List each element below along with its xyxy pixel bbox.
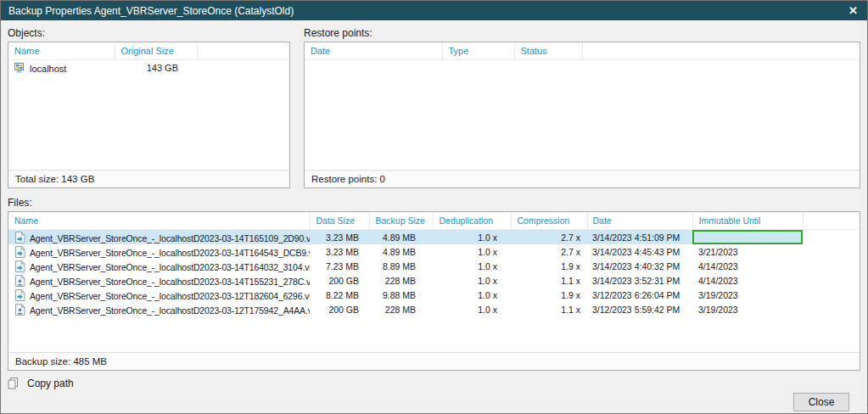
restore-points-footer: Restore points: 0 (305, 170, 860, 187)
copy-icon (8, 378, 20, 389)
file-compression-cell: 1.9 x (511, 259, 587, 273)
file-name-cell: Agent_VBRServer_StoreOnce_-_localhostD20… (8, 302, 310, 316)
file-compression-cell: 2.7 x (511, 230, 587, 245)
file-data-size-cell: 200 GB (310, 273, 369, 288)
restore-col-status[interactable]: Status (514, 42, 582, 60)
file-date-cell: 3/14/2023 4:51:09 PM (587, 230, 692, 245)
host-icon (14, 62, 26, 74)
objects-col-name[interactable]: Name (8, 42, 115, 60)
file-deduplication-cell: 1.0 x (433, 302, 511, 316)
restore-points-label: Restore points: (304, 27, 860, 39)
file-vib-icon (14, 246, 26, 258)
file-compression-cell: 1.1 x (511, 273, 587, 288)
file-data-size-cell: 3.23 MB (310, 244, 369, 259)
file-date-cell: 3/12/2023 5:59:42 PM (587, 302, 692, 316)
file-filler-cell (803, 230, 860, 245)
backup-properties-dialog: Backup Properties Agent_VBRServer_StoreO… (0, 0, 868, 414)
objects-table: Name Original Size localhost143 GB (8, 42, 289, 75)
button-row: Close (8, 393, 849, 411)
file-compression-cell: 2.7 x (511, 244, 587, 259)
files-footer: Backup size: 485 MB (8, 352, 860, 370)
objects-label: Objects: (8, 27, 290, 39)
objects-list: Name Original Size localhost143 GB (8, 42, 289, 170)
file-data-size-cell: 8.22 MB (310, 288, 369, 302)
file-name-cell: Agent_VBRServer_StoreOnce_-_localhostD20… (8, 244, 310, 259)
object-name-cell: localhost (8, 60, 115, 76)
files-col-compression[interactable]: Compression (511, 212, 587, 230)
objects-header-row: Name Original Size (8, 42, 289, 60)
files-col-immutable-until[interactable]: Immutable Until (692, 212, 803, 230)
file-backup-size-cell: 8.89 MB (369, 259, 433, 273)
close-icon[interactable]: ✕ (847, 4, 860, 17)
files-list: Name Data Size Backup Size Deduplication… (8, 212, 860, 352)
files-col-backup-size[interactable]: Backup Size (369, 212, 433, 230)
restore-points-panel: Restore points: Date Type Status (304, 25, 860, 188)
file-backup-size-cell: 4.89 MB (369, 230, 433, 245)
file-data-size-cell: 7.23 MB (310, 259, 369, 273)
objects-table-body: localhost143 GB (8, 60, 289, 76)
file-filler-cell (803, 288, 860, 302)
file-data-size-cell: 200 GB (310, 302, 369, 316)
files-col-data-size[interactable]: Data Size (310, 212, 369, 230)
file-row[interactable]: Agent_VBRServer_StoreOnce_-_localhostD20… (8, 273, 860, 288)
file-vib-icon (14, 232, 26, 243)
top-row: Objects: Name Original Size (8, 25, 860, 188)
objects-col-filler (197, 42, 289, 60)
file-data-size-cell: 3.23 MB (310, 230, 369, 245)
files-col-date[interactable]: Date (587, 212, 692, 230)
restore-col-type[interactable]: Type (442, 42, 514, 60)
objects-col-original-size[interactable]: Original Size (115, 42, 197, 60)
dialog-body: Objects: Name Original Size (1, 20, 867, 413)
object-filler-cell (197, 60, 289, 76)
file-filler-cell (803, 244, 860, 259)
files-col-name[interactable]: Name (8, 212, 310, 230)
file-date-cell: 3/14/2023 4:45:43 PM (587, 244, 692, 259)
files-panel: Files: Name Data Size Backup Size (8, 195, 860, 371)
file-backup-size-cell: 4.89 MB (369, 244, 433, 259)
file-row[interactable]: Agent_VBRServer_StoreOnce_-_localhostD20… (8, 244, 860, 259)
window-title: Backup Properties Agent_VBRServer_StoreO… (8, 5, 847, 17)
file-vbk-icon (14, 304, 26, 316)
file-row[interactable]: Agent_VBRServer_StoreOnce_-_localhostD20… (8, 230, 860, 245)
files-col-deduplication[interactable]: Deduplication (433, 212, 511, 230)
file-filler-cell (803, 273, 860, 288)
file-row[interactable]: Agent_VBRServer_StoreOnce_-_localhostD20… (8, 288, 860, 302)
file-immutable-until-cell: 3/19/2023 (692, 302, 803, 316)
restore-col-filler (582, 42, 860, 60)
file-backup-size-cell: 9.88 MB (369, 288, 433, 302)
file-row[interactable]: Agent_VBRServer_StoreOnce_-_localhostD20… (8, 302, 860, 316)
file-name-cell: Agent_VBRServer_StoreOnce_-_localhostD20… (8, 273, 310, 288)
file-deduplication-cell: 1.0 x (433, 288, 511, 302)
file-vib-icon (14, 289, 26, 301)
file-filler-cell (803, 302, 860, 316)
files-col-filler (803, 212, 860, 230)
file-compression-cell: 1.1 x (511, 302, 587, 316)
objects-footer: Total size: 143 GB (8, 170, 289, 187)
copy-path-button[interactable]: Copy path (8, 378, 74, 389)
restore-points-table: Date Type Status (305, 42, 860, 60)
files-box: Name Data Size Backup Size Deduplication… (8, 211, 860, 371)
file-name-cell: Agent_VBRServer_StoreOnce_-_localhostD20… (8, 259, 310, 273)
titlebar[interactable]: Backup Properties Agent_VBRServer_StoreO… (1, 1, 867, 20)
file-row[interactable]: Agent_VBRServer_StoreOnce_-_localhostD20… (8, 259, 860, 273)
copy-path-label: Copy path (27, 378, 74, 389)
files-label: Files: (8, 197, 860, 209)
file-immutable-until-cell: 3/19/2023 (692, 288, 803, 302)
close-button[interactable]: Close (793, 393, 849, 411)
files-table-body: Agent_VBRServer_StoreOnce_-_localhostD20… (8, 230, 860, 317)
restore-header-row: Date Type Status (305, 42, 860, 60)
file-immutable-until-cell[interactable] (692, 230, 803, 245)
file-immutable-until-cell: 3/21/2023 (692, 244, 803, 259)
file-deduplication-cell: 1.0 x (433, 273, 511, 288)
object-row[interactable]: localhost143 GB (8, 60, 289, 76)
file-date-cell: 3/14/2023 3:52:31 PM (587, 273, 692, 288)
file-backup-size-cell: 228 MB (369, 302, 433, 316)
file-backup-size-cell: 228 MB (369, 273, 433, 288)
file-deduplication-cell: 1.0 x (433, 230, 511, 245)
file-immutable-until-cell: 4/14/2023 (692, 259, 803, 273)
file-date-cell: 3/12/2023 6:26:04 PM (587, 288, 692, 302)
file-compression-cell: 1.9 x (511, 288, 587, 302)
files-header-row: Name Data Size Backup Size Deduplication… (8, 212, 860, 230)
restore-col-date[interactable]: Date (305, 42, 442, 60)
file-vbk-icon (14, 275, 26, 287)
